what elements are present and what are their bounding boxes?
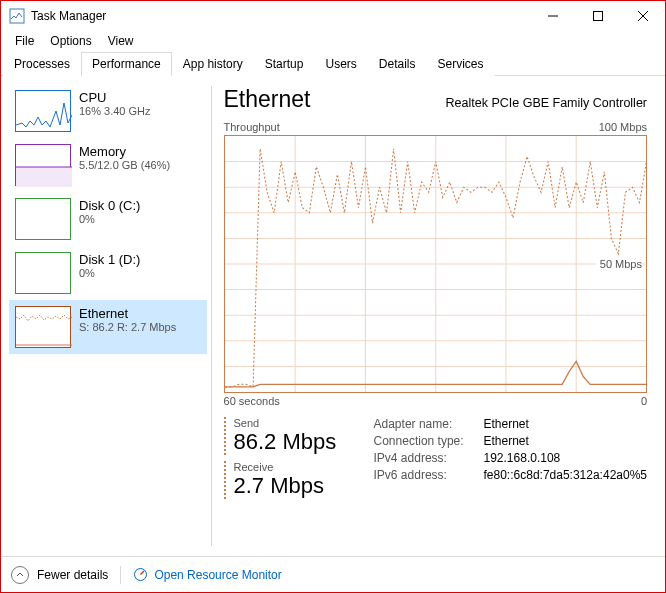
- chart-label-max: 100 Mbps: [599, 121, 647, 133]
- tab-app-history[interactable]: App history: [172, 52, 254, 76]
- sidebar-item-ethernet[interactable]: Ethernet S: 86.2 R: 2.7 Mbps: [9, 300, 207, 354]
- content: CPU 16% 3.40 GHz Memory 5.5/12.0 GB (46%…: [1, 76, 665, 556]
- menubar: File Options View: [1, 31, 665, 51]
- open-resource-monitor-label: Open Resource Monitor: [154, 568, 281, 582]
- sidebar-item-disk1[interactable]: Disk 1 (D:) 0%: [9, 246, 207, 300]
- cpu-title: CPU: [79, 90, 151, 105]
- tab-performance[interactable]: Performance: [81, 52, 172, 76]
- sidebar-item-memory[interactable]: Memory 5.5/12.0 GB (46%): [9, 138, 207, 192]
- open-resource-monitor-link[interactable]: Open Resource Monitor: [133, 567, 281, 582]
- window-title: Task Manager: [31, 9, 530, 23]
- conn-type-key: Connection type:: [374, 434, 484, 448]
- cpu-sub: 16% 3.40 GHz: [79, 105, 151, 117]
- vertical-divider[interactable]: [211, 86, 212, 546]
- main-panel: Ethernet Realtek PCIe GBE Family Control…: [224, 76, 665, 556]
- titlebar: Task Manager: [1, 1, 665, 31]
- tab-processes[interactable]: Processes: [3, 52, 81, 76]
- fewer-details-link[interactable]: Fewer details: [37, 568, 108, 582]
- minimize-button[interactable]: [530, 2, 575, 31]
- tab-strip: Processes Performance App history Startu…: [1, 51, 665, 76]
- sidebar: CPU 16% 3.40 GHz Memory 5.5/12.0 GB (46%…: [1, 76, 207, 556]
- ipv6-key: IPv6 address:: [374, 468, 484, 482]
- ipv4-val: 192.168.0.108: [484, 451, 561, 465]
- menu-view[interactable]: View: [100, 32, 142, 50]
- send-value: 86.2 Mbps: [234, 429, 374, 455]
- disk1-sub: 0%: [79, 267, 140, 279]
- svg-rect-2: [593, 12, 602, 21]
- menu-options[interactable]: Options: [42, 32, 99, 50]
- disk1-title: Disk 1 (D:): [79, 252, 140, 267]
- disk0-thumb: [15, 198, 71, 240]
- adapter-name-key: Adapter name:: [374, 417, 484, 431]
- tab-users[interactable]: Users: [314, 52, 367, 76]
- chevron-up-icon[interactable]: [11, 566, 29, 584]
- ethernet-title: Ethernet: [79, 306, 176, 321]
- maximize-button[interactable]: [575, 2, 620, 31]
- chart-label-throughput: Throughput: [224, 121, 280, 133]
- page-title: Ethernet: [224, 86, 311, 113]
- disk1-thumb: [15, 252, 71, 294]
- menu-file[interactable]: File: [7, 32, 42, 50]
- chart-label-x-left: 60 seconds: [224, 395, 280, 407]
- footer: Fewer details Open Resource Monitor: [1, 556, 665, 592]
- ipv4-key: IPv4 address:: [374, 451, 484, 465]
- memory-title: Memory: [79, 144, 170, 159]
- chart-label-mid: 50 Mbps: [596, 258, 642, 270]
- conn-type-val: Ethernet: [484, 434, 529, 448]
- details-grid: Send 86.2 Mbps Receive 2.7 Mbps Adapter …: [224, 417, 647, 505]
- footer-divider: [120, 566, 121, 584]
- close-button[interactable]: [620, 2, 665, 31]
- adapter-name-val: Ethernet: [484, 417, 529, 431]
- sidebar-item-cpu[interactable]: CPU 16% 3.40 GHz: [9, 84, 207, 138]
- receive-value: 2.7 Mbps: [234, 473, 374, 499]
- tab-details[interactable]: Details: [368, 52, 427, 76]
- cpu-thumb: [15, 90, 71, 132]
- sidebar-item-disk0[interactable]: Disk 0 (C:) 0%: [9, 192, 207, 246]
- svg-rect-5: [16, 167, 72, 187]
- app-icon: [9, 8, 25, 24]
- ethernet-sub: S: 86.2 R: 2.7 Mbps: [79, 321, 176, 333]
- memory-thumb: [15, 144, 71, 186]
- ethernet-thumb: [15, 306, 71, 348]
- tab-services[interactable]: Services: [427, 52, 495, 76]
- disk0-sub: 0%: [79, 213, 140, 225]
- receive-label: Receive: [234, 461, 374, 473]
- resource-monitor-icon: [133, 567, 148, 582]
- adapter-name: Realtek PCIe GBE Family Controller: [446, 96, 647, 110]
- send-label: Send: [234, 417, 374, 429]
- svg-line-22: [141, 571, 145, 575]
- chart-label-x-right: 0: [641, 395, 647, 407]
- throughput-chart[interactable]: 50 Mbps: [224, 135, 647, 393]
- ipv6-val: fe80::6c8d:7da5:312a:42a0%5: [484, 468, 647, 482]
- disk0-title: Disk 0 (C:): [79, 198, 140, 213]
- tab-startup[interactable]: Startup: [254, 52, 315, 76]
- memory-sub: 5.5/12.0 GB (46%): [79, 159, 170, 171]
